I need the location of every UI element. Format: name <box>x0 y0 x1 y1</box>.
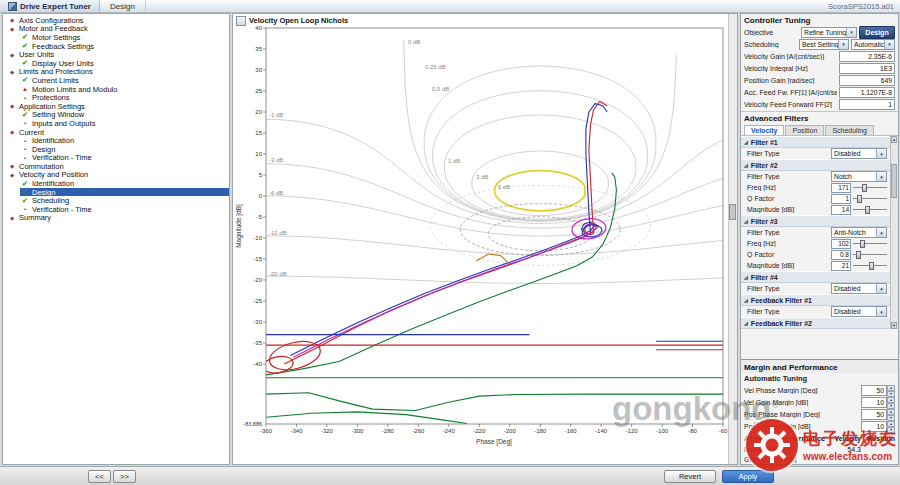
filter-group-feedback-filter-1[interactable]: ◢Feedback Filter #1 <box>741 294 890 306</box>
chart-scrollbar[interactable] <box>728 14 737 464</box>
y-tick-label: 35 <box>255 46 262 52</box>
vel-phase-margin-deg-input[interactable]: 50 <box>861 385 887 396</box>
sidebar-item-current-limits[interactable]: ✔Current Limits <box>3 76 229 85</box>
pos-gain-margin-db-spinner[interactable]: 10▴▾ <box>861 421 895 432</box>
filter-2-magnitude-db-slider[interactable] <box>853 205 887 215</box>
sidebar-item-verification-time[interactable]: •Verification - Time <box>3 205 229 214</box>
next-button[interactable]: >> <box>113 470 136 483</box>
grid-contour-label: 0.5 dB <box>432 86 449 92</box>
spinner-arrows[interactable]: ▴▾ <box>887 409 895 420</box>
sidebar-item-display-user-units[interactable]: ✔Display User Units <box>3 59 229 68</box>
filter-2-freq-hz-input[interactable]: 171 <box>831 183 851 193</box>
margin-label: Vel Gain Margin [dB] <box>744 399 859 406</box>
filter-2-q-factor-slider[interactable] <box>853 194 887 204</box>
sidebar-item-motor-and-feedback[interactable]: ◆Motor and Feedback <box>3 25 229 34</box>
spinner-arrows[interactable]: ▴▾ <box>887 421 895 432</box>
slider-thumb[interactable] <box>862 184 867 192</box>
sidebar-item-velocity-and-position[interactable]: ◆Velocity and Position <box>3 171 229 180</box>
spinner-arrows[interactable]: ▴▾ <box>887 385 895 396</box>
sidebar-item-motor-settings[interactable]: ✔Motor Settings <box>3 33 229 42</box>
spinner-arrows[interactable]: ▴▾ <box>887 397 895 408</box>
filter-2-magnitude-db-input[interactable]: 14 <box>831 205 851 215</box>
pos-phase-margin-deg-input[interactable]: 50 <box>861 409 887 420</box>
filter-tab-scheduling[interactable]: Scheduling <box>825 125 874 135</box>
filter-group-filter-1[interactable]: ◢Filter #1 <box>741 136 890 148</box>
scroll-down-icon[interactable]: ▼ <box>891 322 897 329</box>
sidebar-item-limits-and-protections[interactable]: ◆Limits and Protections <box>3 68 229 77</box>
slider-thumb[interactable] <box>857 195 862 203</box>
scheduling-select[interactable]: Best Setting ▾ <box>799 39 849 50</box>
tab-drive-expert-tuner[interactable]: Drive Expert Tuner <box>0 0 100 12</box>
tab-design[interactable]: Design <box>100 0 146 12</box>
sidebar-item-identification[interactable]: ✔Identification <box>3 179 229 188</box>
filter-4-filter-type-select[interactable]: Disabled▾ <box>831 283 887 294</box>
sidebar-item-identification[interactable]: •Identification <box>3 136 229 145</box>
filter-3-magnitude-db-input[interactable]: 21 <box>831 261 851 271</box>
slider-thumb[interactable] <box>856 251 861 259</box>
velocity-gain-a-cnt-sec-input[interactable]: 2.35E-6 <box>839 51 895 62</box>
sidebar-item-motion-limits-and-modulo[interactable]: ▲Motion Limits and Modulo <box>3 85 229 94</box>
acc-feed-fw-ff-1-a-cnt-sec-2-input[interactable]: 1.1207E-8 <box>839 87 895 98</box>
filter-group-label: Filter #3 <box>751 218 778 225</box>
filter-2-q-factor-input[interactable]: 1 <box>831 194 851 204</box>
feedback-filter-1-filter-type-select[interactable]: Disabled▾ <box>831 306 887 317</box>
slider-thumb[interactable] <box>865 206 870 214</box>
filter-tab-position[interactable]: Position <box>785 125 824 135</box>
diamond-icon: ◆ <box>8 162 16 170</box>
column-position: Position <box>861 435 895 442</box>
pos-phase-margin-deg-spinner[interactable]: 50▴▾ <box>861 409 895 420</box>
y-tick-label: 25 <box>255 88 262 94</box>
sidebar-item-axis-configurations[interactable]: ◆Axis Configurations <box>3 16 229 25</box>
sidebar-item-inputs-and-outputs[interactable]: •Inputs and Outputs <box>3 119 229 128</box>
sidebar-item-application-settings[interactable]: ◆Application Settings <box>3 102 229 111</box>
scheduling-label: Scheduling <box>744 41 797 48</box>
filter-2-filter-type-select[interactable]: Notch▾ <box>831 171 887 182</box>
sidebar-item-design[interactable]: ✔Design <box>3 188 229 197</box>
revert-button[interactable]: Revert <box>664 470 716 483</box>
filter-group-filter-3[interactable]: ◢Filter #3 <box>741 215 890 227</box>
sidebar-item-protections[interactable]: •Protections <box>3 93 229 102</box>
objective-select[interactable]: Refine Tuning ▾ <box>801 27 857 38</box>
filter-3-q-factor-input[interactable]: 0.8 <box>831 250 851 260</box>
filter-group-filter-2[interactable]: ◢Filter #2 <box>741 159 890 171</box>
vel-gain-margin-db-spinner[interactable]: 10▴▾ <box>861 397 895 408</box>
scroll-up-icon[interactable]: ▲ <box>891 136 897 143</box>
y-tick-label: -10 <box>253 235 262 241</box>
pos-gain-margin-db-input[interactable]: 10 <box>861 421 887 432</box>
vel-gain-margin-db-input[interactable]: 10 <box>861 397 887 408</box>
filter-3-freq-hz-slider[interactable] <box>853 239 887 249</box>
prev-button[interactable]: << <box>88 470 111 483</box>
filters-scrollbar[interactable]: ▲ ▼ <box>890 136 898 329</box>
sidebar-item-current[interactable]: ◆Current <box>3 128 229 137</box>
sidebar-item-design[interactable]: •Design <box>3 145 229 154</box>
sidebar-item-commutation[interactable]: ◆Commutation <box>3 162 229 171</box>
filter-3-q-factor-slider[interactable] <box>853 250 887 260</box>
margin-label: Vel Phase Margin [Deg] <box>744 387 859 394</box>
dot-icon: • <box>21 205 29 213</box>
sidebar-item-verification-time[interactable]: •Verification - Time <box>3 154 229 163</box>
filter-3-freq-hz-input[interactable]: 102 <box>831 239 851 249</box>
velocity-feed-forward-ff-2-input[interactable]: 1 <box>839 99 895 110</box>
position-gain-rad-sec-input[interactable]: 649 <box>839 75 895 86</box>
filter-group-filter-4[interactable]: ◢Filter #4 <box>741 271 890 283</box>
filter-3-filter-type-select[interactable]: Anti-Notch▾ <box>831 227 887 238</box>
filter-group-feedback-filter-2[interactable]: ◢Feedback Filter #2 <box>741 317 890 329</box>
scheduling-mode-select[interactable]: Automatic ▾ <box>851 39 895 50</box>
filter-2-freq-hz-slider[interactable] <box>853 183 887 193</box>
sidebar-item-feedback-settings[interactable]: ✔Feedback Settings <box>3 42 229 51</box>
sidebar-item-scheduling[interactable]: ✔Scheduling <box>3 196 229 205</box>
filter-3-magnitude-db-slider[interactable] <box>853 261 887 271</box>
vel-phase-margin-deg-spinner[interactable]: 50▴▾ <box>861 385 895 396</box>
velocity-integral-hz-input[interactable]: 1E3 <box>839 63 895 74</box>
slider-thumb[interactable] <box>860 240 865 248</box>
filters-scrollbar-thumb[interactable] <box>891 164 897 198</box>
sidebar-item-user-units[interactable]: ◆User Units <box>3 50 229 59</box>
design-button[interactable]: Design <box>859 26 895 39</box>
chart-scrollbar-thumb[interactable] <box>729 204 736 220</box>
filter-1-filter-type-select[interactable]: Disabled▾ <box>831 148 887 159</box>
sidebar-item-setting-window[interactable]: ✔Setting Window <box>3 111 229 120</box>
slider-thumb[interactable] <box>869 262 874 270</box>
sidebar-item-summary[interactable]: ◆Summary <box>3 214 229 223</box>
apply-button[interactable]: Apply <box>722 470 774 483</box>
filter-tab-velocity[interactable]: Velocity <box>744 125 784 135</box>
